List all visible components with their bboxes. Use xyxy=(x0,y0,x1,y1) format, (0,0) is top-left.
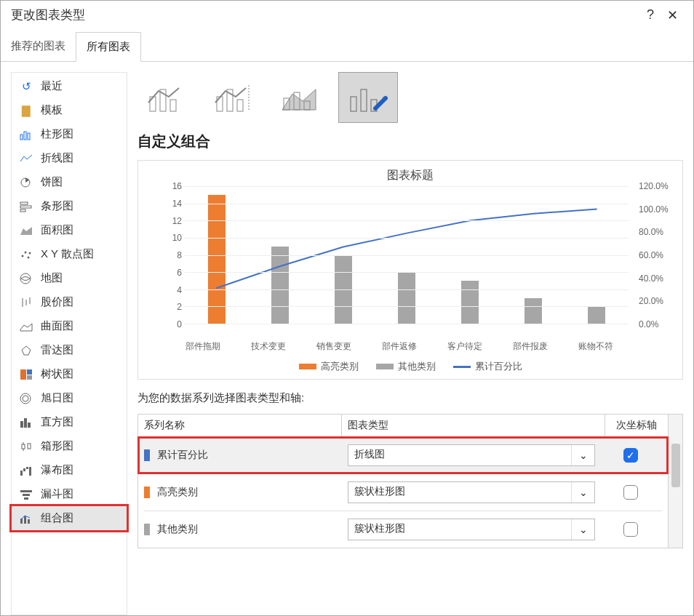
svg-rect-34 xyxy=(23,494,30,496)
sidebar-item-label: 箱形图 xyxy=(41,439,73,453)
select-value: 折线图 xyxy=(348,445,571,465)
x-axis-labels: 部件拖期技术变更销售变更部件返修客户待定部件报废账物不符 xyxy=(170,339,629,353)
sidebar-item-label: 柱形图 xyxy=(41,127,73,141)
sidebar-item-radar[interactable]: 雷达图 xyxy=(12,338,127,362)
sidebar-item-pie[interactable]: 饼图 xyxy=(12,170,127,194)
sidebar-item-label: 雷达图 xyxy=(41,343,73,357)
sidebar-item-label: 曲面图 xyxy=(41,319,73,333)
svg-rect-23 xyxy=(24,418,27,428)
series-color-swatch xyxy=(144,449,150,461)
series-color-swatch xyxy=(144,524,150,535)
svg-point-10 xyxy=(28,256,30,258)
secondary-axis-checkbox[interactable] xyxy=(623,522,638,537)
sidebar-item-label: 股价图 xyxy=(41,295,73,309)
tab-all-charts[interactable]: 所有图表 xyxy=(76,32,141,62)
sidebar-item-surface[interactable]: 曲面图 xyxy=(12,314,127,338)
sidebar-item-label: 折线图 xyxy=(41,151,73,165)
secondary-axis-checkbox[interactable] xyxy=(623,485,638,500)
combo-subtype-1[interactable] xyxy=(137,72,197,123)
scrollbar-thumb[interactable] xyxy=(671,444,680,487)
tab-recommended[interactable]: 推荐的图表 xyxy=(1,32,76,61)
sidebar-item-bar[interactable]: 条形图 xyxy=(12,194,127,218)
sidebar-item-label: X Y 散点图 xyxy=(41,247,94,261)
series-row-cumulative[interactable]: 累计百分比 折线图 ⌄ ✓ xyxy=(138,437,668,473)
sidebar-item-line[interactable]: 折线图 xyxy=(12,146,127,170)
select-value: 簇状柱形图 xyxy=(348,519,571,540)
sidebar-item-combo[interactable]: 组合图 xyxy=(12,506,127,530)
waterfall-chart-icon xyxy=(19,464,33,477)
svg-rect-19 xyxy=(27,375,32,380)
funnel-chart-icon xyxy=(19,488,33,501)
sidebar-item-box[interactable]: 箱形图 xyxy=(12,434,127,458)
line-chart-icon xyxy=(19,152,33,165)
sidebar-item-label: 饼图 xyxy=(41,175,63,189)
chart-type-select[interactable]: 簇状柱形图 ⌄ xyxy=(348,481,595,503)
sidebar-item-templates[interactable]: ▇ 模板 xyxy=(12,98,127,122)
svg-rect-29 xyxy=(20,471,23,476)
svg-point-9 xyxy=(25,251,27,253)
chevron-down-icon[interactable]: ⌄ xyxy=(571,482,594,503)
chevron-down-icon[interactable]: ⌄ xyxy=(571,445,594,465)
sidebar-item-stock[interactable]: 股价图 xyxy=(12,290,127,314)
svg-rect-18 xyxy=(27,369,32,375)
series-row-other[interactable]: 其他类别 簇状柱形图 ⌄ xyxy=(138,511,668,548)
chart-legend: 高亮类别 其他类别 累计百分比 xyxy=(153,360,668,373)
svg-rect-30 xyxy=(23,468,25,471)
svg-rect-41 xyxy=(170,100,176,111)
sidebar-item-sunburst[interactable]: 旭日图 xyxy=(12,386,127,410)
chart-type-select[interactable]: 簇状柱形图 ⌄ xyxy=(348,519,595,540)
close-button[interactable]: ✕ xyxy=(661,7,683,23)
svg-point-11 xyxy=(29,252,31,254)
combo-custom-icon xyxy=(346,81,390,114)
svg-rect-17 xyxy=(20,369,26,380)
svg-rect-35 xyxy=(24,497,28,500)
secondary-axis-checkbox[interactable]: ✓ xyxy=(623,448,638,463)
svg-rect-31 xyxy=(26,467,28,469)
legend-swatch-cum xyxy=(453,366,471,368)
svg-point-8 xyxy=(22,255,24,257)
series-row-highlight[interactable]: 高亮类别 簇状柱形图 ⌄ xyxy=(138,474,668,511)
svg-rect-1 xyxy=(24,132,26,140)
sidebar-item-label: 树状图 xyxy=(41,367,73,381)
svg-marker-7 xyxy=(20,227,32,235)
svg-point-20 xyxy=(20,393,31,404)
series-name: 累计百分比 xyxy=(157,449,208,462)
chevron-down-icon[interactable]: ⌄ xyxy=(571,519,594,540)
combo-thumb-icon xyxy=(279,81,323,114)
combo-subtype-3[interactable] xyxy=(271,72,331,123)
col-header-name: 系列名称 xyxy=(138,415,342,436)
chart-title: 图表标题 xyxy=(153,168,668,183)
recent-icon: ↺ xyxy=(19,80,33,93)
sidebar-item-funnel[interactable]: 漏斗图 xyxy=(12,482,127,506)
sidebar-item-column[interactable]: 柱形图 xyxy=(12,122,127,146)
sidebar-item-label: 地图 xyxy=(41,271,63,285)
svg-rect-24 xyxy=(28,423,31,428)
histogram-chart-icon xyxy=(19,416,33,429)
combo-subtype-custom[interactable] xyxy=(338,72,398,123)
svg-rect-2 xyxy=(28,133,30,140)
chart-type-select[interactable]: 折线图 ⌄ xyxy=(348,444,595,466)
area-chart-icon xyxy=(19,224,33,237)
svg-rect-0 xyxy=(20,135,23,140)
legend-swatch-other xyxy=(376,364,394,369)
sidebar-item-scatter[interactable]: X Y 散点图 xyxy=(12,242,127,266)
col-header-type: 图表类型 xyxy=(342,415,605,436)
sidebar-item-histogram[interactable]: 直方图 xyxy=(12,410,127,434)
stock-chart-icon xyxy=(19,296,33,309)
radar-chart-icon xyxy=(19,344,33,357)
chart-type-sidebar: ↺ 最近 ▇ 模板 柱形图 折线图 饼图 条形图 xyxy=(11,72,127,615)
sidebar-item-waterfall[interactable]: 瀑布图 xyxy=(12,458,127,482)
help-button[interactable]: ? xyxy=(639,7,661,23)
sidebar-item-treemap[interactable]: 树状图 xyxy=(12,362,127,386)
sidebar-item-label: 面积图 xyxy=(41,223,73,237)
box-chart-icon xyxy=(19,440,33,453)
sidebar-item-area[interactable]: 面积图 xyxy=(12,218,127,242)
sidebar-item-label: 条形图 xyxy=(41,199,73,213)
sidebar-item-map[interactable]: 地图 xyxy=(12,266,127,290)
series-scrollbar[interactable] xyxy=(669,414,683,548)
combo-subtype-2[interactable] xyxy=(204,72,264,123)
map-chart-icon xyxy=(19,272,33,285)
select-value: 簇状柱形图 xyxy=(348,482,571,503)
series-color-swatch xyxy=(144,487,150,498)
sidebar-item-recent[interactable]: ↺ 最近 xyxy=(12,74,127,98)
